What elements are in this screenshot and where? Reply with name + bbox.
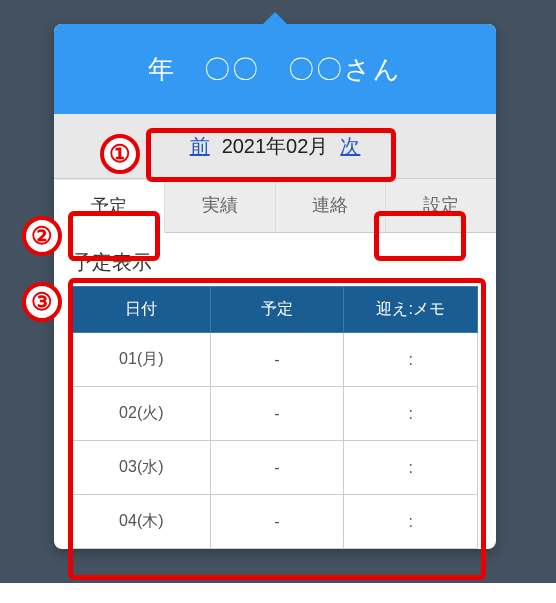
cell-date: 03(水) — [73, 441, 211, 495]
cell-date: 01(月) — [73, 333, 211, 387]
cell-date: 02(火) — [73, 387, 211, 441]
next-month-link[interactable]: 次 — [340, 133, 360, 160]
cell-memo: : — [344, 495, 478, 549]
cell-plan: - — [210, 333, 344, 387]
tab-bar: 予定 実績 連絡 設定 — [54, 178, 496, 233]
cell-plan: - — [210, 441, 344, 495]
tab-label: 連絡 — [312, 195, 348, 215]
prev-month-link[interactable]: 前 — [190, 133, 210, 160]
schedule-table: 日付 予定 迎え:メモ 01(月) - : 02(火) - : 03(水) — [72, 286, 478, 549]
content-area: 予定表示 日付 予定 迎え:メモ 01(月) - : 02(火) - : — [54, 233, 496, 549]
tab-schedule[interactable]: 予定 — [54, 180, 165, 233]
month-navigator: 前 2021年02月 次 — [54, 114, 496, 178]
col-plan: 予定 — [210, 287, 344, 333]
annotation-number: ③ — [31, 288, 53, 316]
tab-settings[interactable]: 設定 — [386, 179, 496, 232]
col-date: 日付 — [73, 287, 211, 333]
table-row[interactable]: 01(月) - : — [73, 333, 478, 387]
cell-date: 04(木) — [73, 495, 211, 549]
table-row[interactable]: 04(木) - : — [73, 495, 478, 549]
cell-plan: - — [210, 495, 344, 549]
table-header-row: 日付 予定 迎え:メモ — [73, 287, 478, 333]
section-title: 予定表示 — [72, 249, 478, 276]
tab-label: 設定 — [423, 195, 459, 215]
header-title: 年 〇〇 〇〇さん — [148, 52, 402, 87]
tab-label: 実績 — [202, 195, 238, 215]
tab-results[interactable]: 実績 — [165, 179, 276, 232]
bottom-strip — [0, 583, 556, 603]
current-month: 2021年02月 — [222, 133, 329, 160]
table-row[interactable]: 02(火) - : — [73, 387, 478, 441]
cell-memo: : — [344, 387, 478, 441]
popup-card: 年 〇〇 〇〇さん 前 2021年02月 次 予定 実績 連絡 設定 予定表示 … — [54, 24, 496, 549]
annotation-number: ② — [31, 222, 53, 250]
col-memo: 迎え:メモ — [344, 287, 478, 333]
tab-label: 予定 — [91, 196, 127, 216]
cell-memo: : — [344, 441, 478, 495]
cell-memo: : — [344, 333, 478, 387]
header: 年 〇〇 〇〇さん — [54, 24, 496, 114]
popup-pointer — [261, 12, 289, 26]
cell-plan: - — [210, 387, 344, 441]
tab-contact[interactable]: 連絡 — [276, 179, 387, 232]
table-row[interactable]: 03(水) - : — [73, 441, 478, 495]
